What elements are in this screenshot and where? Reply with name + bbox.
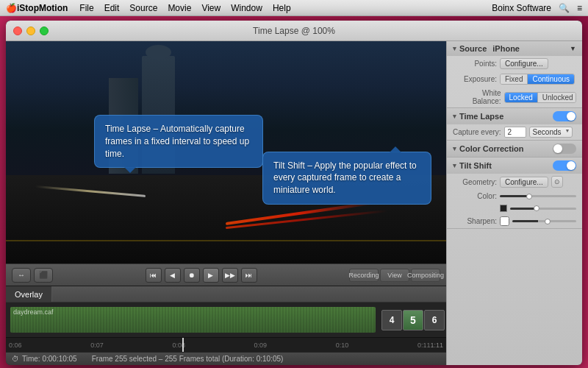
tiltshift-switch[interactable] [553, 160, 576, 171]
back-button[interactable]: ◀ [165, 268, 181, 283]
wb-unlocked-btn[interactable]: Unlocked [538, 93, 576, 102]
source-label: Source [459, 44, 487, 53]
configure-points-button[interactable]: Configure... [500, 58, 548, 69]
color-slider-2[interactable] [510, 208, 576, 210]
swatch-dark[interactable] [500, 205, 507, 212]
capture-unit-dropdown[interactable]: Seconds [529, 127, 573, 138]
color-slider[interactable] [500, 195, 576, 197]
wb-label: White Balance: [453, 89, 501, 105]
minimize-button[interactable] [26, 26, 35, 35]
colorcorrection-label: Color Correction [459, 144, 523, 153]
tiltshift-toggle[interactable]: ▾ [453, 162, 456, 169]
scroll-btn[interactable]: ↔ [12, 268, 31, 283]
timelapse-switch[interactable] [553, 111, 576, 121]
sharpen-label: Sharpen: [453, 217, 497, 225]
color-slider-container [500, 195, 576, 197]
color-slider-2-thumb [534, 205, 539, 211]
app-name: iStopMotion [17, 3, 68, 13]
source-device-label: iPhone [492, 44, 520, 53]
tiltshift-tooltip: Tilt Shift – Apply the popular effect to… [262, 152, 431, 205]
timelapse-label: Time Lapse [459, 112, 503, 121]
road-line [6, 240, 446, 241]
ruler-mark-0: 0:06 [9, 342, 22, 349]
exposure-fixed-btn[interactable]: Fixed [501, 74, 528, 84]
colorcorrection-toggle[interactable]: ▾ [453, 145, 456, 152]
sharpen-checkbox[interactable] [500, 216, 509, 226]
ruler-mark-1: 0:07 [90, 342, 104, 349]
playhead[interactable] [182, 338, 184, 352]
configure-geometry-button[interactable]: Configure... [500, 177, 548, 188]
frame-6[interactable]: 6 [424, 310, 445, 330]
status-time: Time: 0:00:10:05 [22, 355, 77, 363]
timelapse-toggle[interactable]: ▾ [453, 113, 456, 120]
colorcorrection-header: ▾ Color Correction [447, 141, 582, 157]
recording-tab-btn[interactable]: Recording [349, 269, 379, 282]
menu-edit[interactable]: Edit [104, 3, 120, 13]
view-tab-btn[interactable]: View [380, 269, 409, 282]
timelapse-thumb [567, 112, 576, 121]
wb-locked-btn[interactable]: Locked [505, 93, 538, 102]
close-button[interactable] [13, 26, 22, 35]
frame-4[interactable]: 4 [381, 310, 402, 330]
frame-btn[interactable]: ⬛ [34, 268, 53, 283]
traffic-lights [13, 26, 49, 35]
menu-view[interactable]: View [201, 3, 220, 13]
menu-window[interactable]: Window [231, 3, 262, 13]
color-swatch [500, 205, 507, 212]
track-label: daydream.caf [13, 308, 54, 316]
source-dropdown-icon[interactable]: ▼ [570, 45, 576, 52]
toolbar-left: ↔ ⬛ [12, 268, 53, 283]
timeline-tabs: Overlay [6, 286, 446, 302]
main-window: Time Lapse @ 100% Time Lapse – Automatic… [6, 21, 582, 365]
capture-value-input[interactable] [504, 127, 526, 138]
play-button[interactable]: ▶ [203, 268, 219, 283]
color-row: Color: [447, 190, 582, 202]
color-slider-2-container [510, 208, 576, 210]
maximize-button[interactable] [40, 26, 49, 35]
overlay-tab[interactable]: Overlay [6, 286, 52, 302]
menu-file[interactable]: File [79, 3, 93, 13]
rewind-button[interactable]: ⏮ [146, 268, 162, 283]
geometry-label: Geometry: [453, 178, 497, 186]
timelapse-header: ▾ Time Lapse [447, 108, 582, 124]
tiltshift-header: ▾ Tilt Shift [447, 158, 582, 174]
exposure-continuous-btn[interactable]: Continuous [528, 74, 574, 84]
apple-menu[interactable]: 🍎 [6, 3, 17, 13]
ruler-mark-4: 0:10 [336, 342, 349, 349]
colorcorrection-section: ▾ Color Correction [447, 141, 582, 158]
tiltshift-thumb [567, 161, 576, 170]
menu-source[interactable]: Source [129, 3, 157, 13]
content-area: Time Lapse – Automatically capture frame… [6, 41, 582, 365]
sharpen-slider[interactable] [512, 220, 576, 222]
timelapse-section: ▾ Time Lapse Capture every: Seconds [447, 108, 582, 141]
color-row-2 [447, 202, 582, 214]
end-button[interactable]: ⏭ [241, 268, 257, 283]
exposure-segcontrol: Fixed Continuous [500, 74, 575, 85]
menu-bar: 🍎 iStopMotion File Edit Source Movie Vie… [0, 0, 588, 16]
forward-button[interactable]: ▶▶ [222, 268, 238, 283]
status-icon: ⏱ [12, 355, 19, 363]
menu-help[interactable]: Help [273, 3, 291, 13]
sharpen-slider-container [512, 220, 576, 222]
exposure-label: Exposure: [453, 75, 497, 83]
sharpen-row: Sharpen: [447, 214, 582, 228]
tiltshift-section: ▾ Tilt Shift Geometry: Configure... ⊙ Co… [447, 158, 582, 229]
geometry-icon-btn[interactable]: ⊙ [551, 176, 563, 188]
source-section: ▾ Source iPhone ▼ Points: Configure... E… [447, 41, 582, 108]
window-title: Time Lapse @ 100% [253, 26, 335, 36]
capture-every-label: Capture every: [453, 128, 501, 136]
timelapse-tooltip: Time Lapse – Automatically capture frame… [94, 115, 263, 168]
compositing-tab-btn[interactable]: Compositing [411, 269, 440, 282]
menu-movie[interactable]: Movie [168, 3, 191, 13]
source-header: ▾ Source iPhone ▼ [447, 41, 582, 56]
colorcorrection-switch[interactable] [553, 144, 576, 154]
source-toggle[interactable]: ▾ [453, 45, 456, 52]
frame-5[interactable]: 5 [403, 310, 423, 330]
record-button[interactable]: ⏺ [184, 268, 200, 283]
menu-icon[interactable]: ≡ [577, 3, 582, 13]
colorcorrection-thumb [553, 144, 562, 153]
search-icon[interactable]: 🔍 [559, 3, 570, 13]
exposure-row: Exposure: Fixed Continuous [447, 71, 582, 87]
status-bar: ⏱ Time: 0:00:10:05 Frame 255 selected – … [6, 352, 446, 365]
right-panel: ▾ Source iPhone ▼ Points: Configure... E… [446, 41, 582, 365]
